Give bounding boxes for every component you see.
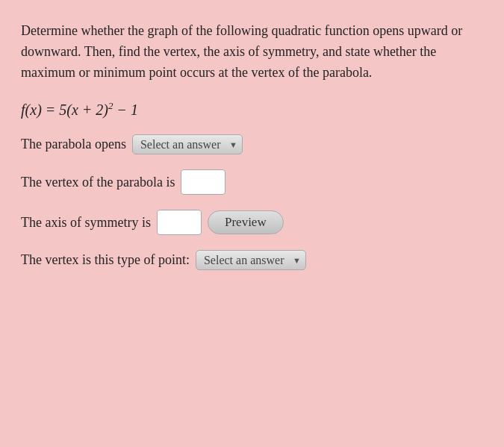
vertex-type-select[interactable]: Select an answer maximum minimum: [196, 250, 306, 270]
vertex-row: The vertex of the parabola is: [21, 169, 480, 195]
formula-text: f(x) = 5(x + 2)2 − 1: [21, 100, 138, 119]
intro-text: Determine whether the graph of the follo…: [21, 21, 480, 84]
question-block: Determine whether the graph of the follo…: [21, 21, 480, 270]
parabola-opens-label: The parabola opens: [21, 137, 126, 152]
vertex-input[interactable]: [181, 169, 225, 195]
parabola-opens-row: The parabola opens Select an answer upwa…: [21, 134, 480, 154]
preview-button[interactable]: Preview: [208, 210, 284, 234]
axis-label: The axis of symmetry is: [21, 215, 151, 231]
vertex-type-row: The vertex is this type of point: Select…: [21, 250, 480, 270]
parabola-opens-select-wrapper: Select an answer upward downward: [132, 134, 243, 154]
formula-display: f(x) = 5(x + 2)2 − 1: [21, 100, 480, 119]
vertex-type-label: The vertex is this type of point:: [21, 252, 190, 268]
vertex-type-select-wrapper: Select an answer maximum minimum: [196, 250, 306, 270]
axis-input[interactable]: [157, 210, 202, 235]
parabola-opens-select[interactable]: Select an answer upward downward: [132, 134, 243, 154]
axis-row: The axis of symmetry is Preview: [21, 210, 480, 235]
vertex-label: The vertex of the parabola is: [21, 175, 175, 190]
